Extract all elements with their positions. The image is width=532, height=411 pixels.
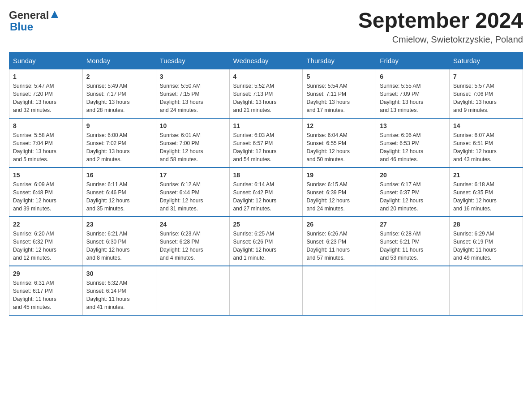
calendar-cell: 19Sunrise: 6:15 AM Sunset: 6:39 PM Dayli… bbox=[303, 167, 376, 217]
day-info: Sunrise: 6:23 AM Sunset: 6:28 PM Dayligh… bbox=[160, 230, 226, 262]
calendar-cell: 29Sunrise: 6:31 AM Sunset: 6:17 PM Dayli… bbox=[9, 266, 83, 315]
calendar-cell: 15Sunrise: 6:09 AM Sunset: 6:48 PM Dayli… bbox=[9, 167, 83, 217]
day-info: Sunrise: 6:00 AM Sunset: 7:02 PM Dayligh… bbox=[86, 131, 152, 163]
week-row-5: 29Sunrise: 6:31 AM Sunset: 6:17 PM Dayli… bbox=[9, 266, 523, 315]
day-info: Sunrise: 5:58 AM Sunset: 7:04 PM Dayligh… bbox=[13, 131, 79, 163]
svg-marker-0 bbox=[51, 11, 58, 18]
day-info: Sunrise: 6:07 AM Sunset: 6:51 PM Dayligh… bbox=[453, 131, 519, 163]
calendar-cell: 3Sunrise: 5:50 AM Sunset: 7:15 PM Daylig… bbox=[156, 69, 229, 118]
day-number: 1 bbox=[13, 73, 79, 80]
day-number: 22 bbox=[13, 221, 79, 228]
day-info: Sunrise: 6:31 AM Sunset: 6:17 PM Dayligh… bbox=[13, 279, 79, 311]
calendar-cell: 12Sunrise: 6:04 AM Sunset: 6:55 PM Dayli… bbox=[303, 118, 376, 167]
week-row-2: 8Sunrise: 5:58 AM Sunset: 7:04 PM Daylig… bbox=[9, 118, 523, 167]
day-number: 3 bbox=[160, 73, 226, 80]
calendar-cell: 23Sunrise: 6:21 AM Sunset: 6:30 PM Dayli… bbox=[82, 217, 156, 266]
header-monday: Monday bbox=[82, 52, 156, 69]
calendar-cell: 4Sunrise: 5:52 AM Sunset: 7:13 PM Daylig… bbox=[229, 69, 303, 118]
calendar-cell: 11Sunrise: 6:03 AM Sunset: 6:57 PM Dayli… bbox=[229, 118, 303, 167]
calendar-cell: 30Sunrise: 6:32 AM Sunset: 6:14 PM Dayli… bbox=[82, 266, 156, 315]
day-number: 26 bbox=[306, 221, 372, 228]
day-info: Sunrise: 6:09 AM Sunset: 6:48 PM Dayligh… bbox=[13, 180, 79, 213]
day-info: Sunrise: 6:15 AM Sunset: 6:39 PM Dayligh… bbox=[306, 180, 372, 213]
day-number: 14 bbox=[453, 122, 519, 129]
calendar-cell: 22Sunrise: 6:20 AM Sunset: 6:32 PM Dayli… bbox=[9, 217, 83, 266]
day-number: 24 bbox=[160, 221, 226, 228]
page-header: General Blue September 2024 Cmielow, Swi… bbox=[9, 9, 523, 45]
day-number: 2 bbox=[86, 73, 152, 80]
day-number: 12 bbox=[306, 122, 372, 129]
header-friday: Friday bbox=[376, 52, 450, 69]
day-number: 16 bbox=[86, 171, 152, 179]
day-number: 6 bbox=[380, 73, 446, 80]
day-info: Sunrise: 6:04 AM Sunset: 6:55 PM Dayligh… bbox=[306, 131, 372, 163]
logo-triangle-icon bbox=[50, 10, 59, 21]
week-row-3: 15Sunrise: 6:09 AM Sunset: 6:48 PM Dayli… bbox=[9, 167, 523, 217]
calendar-cell: 28Sunrise: 6:29 AM Sunset: 6:19 PM Dayli… bbox=[450, 217, 523, 266]
header-thursday: Thursday bbox=[303, 52, 376, 69]
calendar-cell: 13Sunrise: 6:06 AM Sunset: 6:53 PM Dayli… bbox=[376, 118, 450, 167]
calendar-cell: 24Sunrise: 6:23 AM Sunset: 6:28 PM Dayli… bbox=[156, 217, 229, 266]
calendar-cell: 27Sunrise: 6:28 AM Sunset: 6:21 PM Dayli… bbox=[376, 217, 450, 266]
day-number: 18 bbox=[233, 171, 299, 179]
calendar-cell: 16Sunrise: 6:11 AM Sunset: 6:46 PM Dayli… bbox=[82, 167, 156, 217]
header-sunday: Sunday bbox=[9, 52, 83, 69]
calendar-cell: 20Sunrise: 6:17 AM Sunset: 6:37 PM Dayli… bbox=[376, 167, 450, 217]
day-info: Sunrise: 6:14 AM Sunset: 6:42 PM Dayligh… bbox=[233, 180, 299, 213]
calendar-cell: 26Sunrise: 6:26 AM Sunset: 6:23 PM Dayli… bbox=[303, 217, 376, 266]
week-row-1: 1Sunrise: 5:47 AM Sunset: 7:20 PM Daylig… bbox=[9, 69, 523, 118]
calendar-cell: 9Sunrise: 6:00 AM Sunset: 7:02 PM Daylig… bbox=[82, 118, 156, 167]
logo: General Blue bbox=[9, 9, 59, 33]
day-number: 17 bbox=[160, 171, 226, 179]
day-info: Sunrise: 6:26 AM Sunset: 6:23 PM Dayligh… bbox=[306, 230, 372, 262]
day-info: Sunrise: 6:18 AM Sunset: 6:35 PM Dayligh… bbox=[453, 180, 519, 213]
day-info: Sunrise: 5:49 AM Sunset: 7:17 PM Dayligh… bbox=[86, 82, 152, 114]
location-subtitle: Cmielow, Swietokrzyskie, Poland bbox=[358, 34, 523, 45]
day-info: Sunrise: 6:03 AM Sunset: 6:57 PM Dayligh… bbox=[233, 131, 299, 163]
month-title: September 2024 bbox=[358, 9, 523, 33]
calendar-cell: 18Sunrise: 6:14 AM Sunset: 6:42 PM Dayli… bbox=[229, 167, 303, 217]
title-block: September 2024 Cmielow, Swietokrzyskie, … bbox=[358, 9, 523, 45]
day-number: 10 bbox=[160, 122, 226, 129]
day-number: 5 bbox=[306, 73, 372, 80]
day-info: Sunrise: 5:55 AM Sunset: 7:09 PM Dayligh… bbox=[380, 82, 446, 114]
day-number: 27 bbox=[380, 221, 446, 228]
calendar-cell: 5Sunrise: 5:54 AM Sunset: 7:11 PM Daylig… bbox=[303, 69, 376, 118]
day-info: Sunrise: 6:28 AM Sunset: 6:21 PM Dayligh… bbox=[380, 230, 446, 262]
day-info: Sunrise: 5:47 AM Sunset: 7:20 PM Dayligh… bbox=[13, 82, 79, 114]
day-number: 9 bbox=[86, 122, 152, 129]
calendar-cell: 2Sunrise: 5:49 AM Sunset: 7:17 PM Daylig… bbox=[82, 69, 156, 118]
day-number: 21 bbox=[453, 171, 519, 179]
day-number: 19 bbox=[306, 171, 372, 179]
day-info: Sunrise: 5:52 AM Sunset: 7:13 PM Dayligh… bbox=[233, 82, 299, 114]
day-info: Sunrise: 6:12 AM Sunset: 6:44 PM Dayligh… bbox=[160, 180, 226, 213]
week-row-4: 22Sunrise: 6:20 AM Sunset: 6:32 PM Dayli… bbox=[9, 217, 523, 266]
calendar-cell: 8Sunrise: 5:58 AM Sunset: 7:04 PM Daylig… bbox=[9, 118, 83, 167]
day-number: 25 bbox=[233, 221, 299, 228]
day-number: 30 bbox=[86, 270, 152, 277]
day-number: 28 bbox=[453, 221, 519, 228]
calendar-cell: 21Sunrise: 6:18 AM Sunset: 6:35 PM Dayli… bbox=[450, 167, 523, 217]
day-info: Sunrise: 6:11 AM Sunset: 6:46 PM Dayligh… bbox=[86, 180, 152, 213]
calendar-table: SundayMondayTuesdayWednesdayThursdayFrid… bbox=[9, 52, 523, 316]
day-info: Sunrise: 6:32 AM Sunset: 6:14 PM Dayligh… bbox=[86, 279, 152, 311]
day-info: Sunrise: 6:29 AM Sunset: 6:19 PM Dayligh… bbox=[453, 230, 519, 262]
header-tuesday: Tuesday bbox=[156, 52, 229, 69]
day-info: Sunrise: 6:06 AM Sunset: 6:53 PM Dayligh… bbox=[380, 131, 446, 163]
day-info: Sunrise: 6:21 AM Sunset: 6:30 PM Dayligh… bbox=[86, 230, 152, 262]
day-info: Sunrise: 6:20 AM Sunset: 6:32 PM Dayligh… bbox=[13, 230, 79, 262]
calendar-cell bbox=[376, 266, 450, 315]
header-saturday: Saturday bbox=[450, 52, 523, 69]
day-number: 15 bbox=[13, 171, 79, 179]
calendar-cell: 25Sunrise: 6:25 AM Sunset: 6:26 PM Dayli… bbox=[229, 217, 303, 266]
calendar-header-row: SundayMondayTuesdayWednesdayThursdayFrid… bbox=[9, 52, 523, 69]
calendar-cell: 10Sunrise: 6:01 AM Sunset: 7:00 PM Dayli… bbox=[156, 118, 229, 167]
day-number: 7 bbox=[453, 73, 519, 80]
calendar-cell bbox=[450, 266, 523, 315]
logo-general-text: General bbox=[9, 9, 49, 21]
calendar-cell: 14Sunrise: 6:07 AM Sunset: 6:51 PM Dayli… bbox=[450, 118, 523, 167]
calendar-cell bbox=[303, 266, 376, 315]
day-number: 29 bbox=[13, 270, 79, 277]
day-info: Sunrise: 5:57 AM Sunset: 7:06 PM Dayligh… bbox=[453, 82, 519, 114]
calendar-cell bbox=[156, 266, 229, 315]
